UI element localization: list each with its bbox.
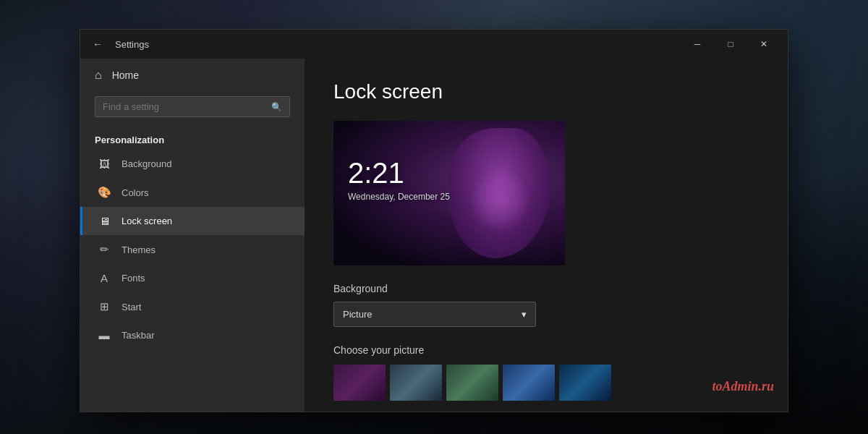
watermark: toAdmin.ru <box>712 379 774 394</box>
start-icon: ⊞ <box>97 300 111 313</box>
maximize-icon: □ <box>728 39 733 49</box>
fonts-icon: A <box>97 272 111 284</box>
lock-screen-preview: 2:21 Wednesday, December 25 <box>333 121 565 265</box>
search-input[interactable] <box>103 101 265 112</box>
sidebar-item-background[interactable]: 🖼 Background <box>80 150 305 178</box>
sidebar-item-themes-label: Themes <box>122 244 156 255</box>
picture-thumbnail-1[interactable] <box>333 365 386 401</box>
sidebar-item-colors[interactable]: 🎨 Colors <box>80 178 305 207</box>
sidebar-item-colors-label: Colors <box>122 187 149 198</box>
themes-icon: ✏ <box>97 243 111 256</box>
taskbar-icon: ▬ <box>97 329 111 341</box>
maximize-button[interactable]: □ <box>714 33 747 56</box>
home-icon: ⌂ <box>95 69 102 82</box>
sidebar-item-fonts[interactable]: A Fonts <box>80 264 305 292</box>
sidebar-item-taskbar[interactable]: ▬ Taskbar <box>80 321 305 349</box>
home-label: Home <box>112 69 139 81</box>
page-title: Lock screen <box>333 80 759 103</box>
sidebar-item-fonts-label: Fonts <box>122 273 145 284</box>
sidebar-item-background-label: Background <box>122 158 171 169</box>
chevron-down-icon: ▾ <box>522 309 527 320</box>
back-icon: ← <box>93 38 103 50</box>
title-bar-left: ← Settings <box>88 34 681 54</box>
sidebar-item-lock-screen[interactable]: 🖥 Lock screen <box>80 207 305 235</box>
picture-thumbnail-5[interactable] <box>559 365 611 401</box>
choose-picture-label: Choose your picture <box>333 344 759 356</box>
search-icon: 🔍 <box>271 102 282 112</box>
sidebar-item-themes[interactable]: ✏ Themes <box>80 235 305 264</box>
sidebar-item-taskbar-label: Taskbar <box>122 330 155 341</box>
close-icon: ✕ <box>760 39 767 49</box>
sidebar-section-label: Personalization <box>80 129 305 150</box>
picture-thumbnail-3[interactable] <box>446 365 498 401</box>
sidebar: ⌂ Home 🔍 Personalization 🖼 Background 🎨 … <box>80 59 305 412</box>
lock-screen-icon: 🖥 <box>97 215 111 227</box>
close-button[interactable]: ✕ <box>747 33 780 56</box>
minimize-icon: ─ <box>694 39 701 49</box>
minimize-button[interactable]: ─ <box>681 33 714 56</box>
settings-window: ← Settings ─ □ ✕ ⌂ Home 🔍 <box>80 29 788 412</box>
sidebar-item-start-label: Start <box>122 302 141 312</box>
back-button[interactable]: ← <box>88 34 108 54</box>
colors-icon: 🎨 <box>97 186 111 199</box>
search-box[interactable]: 🔍 <box>95 96 290 117</box>
picture-thumbnail-2[interactable] <box>390 365 442 401</box>
preview-time: 2:21 <box>348 157 404 190</box>
sidebar-item-lock-screen-label: Lock screen <box>122 216 172 226</box>
dropdown-value: Picture <box>343 309 372 320</box>
title-bar: ← Settings ─ □ ✕ <box>80 30 788 59</box>
picture-thumbnail-4[interactable] <box>503 365 555 401</box>
preview-date: Wednesday, December 25 <box>348 192 450 202</box>
background-icon: 🖼 <box>97 158 111 170</box>
background-type-dropdown[interactable]: Picture ▾ <box>333 302 536 327</box>
main-layout: ⌂ Home 🔍 Personalization 🖼 Background 🎨 … <box>80 59 788 412</box>
background-section-label: Background <box>333 283 759 294</box>
window-controls: ─ □ ✕ <box>681 33 780 56</box>
sidebar-item-start[interactable]: ⊞ Start <box>80 292 305 321</box>
sidebar-item-home[interactable]: ⌂ Home <box>80 59 305 92</box>
window-title: Settings <box>115 39 149 50</box>
content-panel: Lock screen 2:21 Wednesday, December 25 … <box>305 59 788 412</box>
picture-grid <box>333 365 759 401</box>
